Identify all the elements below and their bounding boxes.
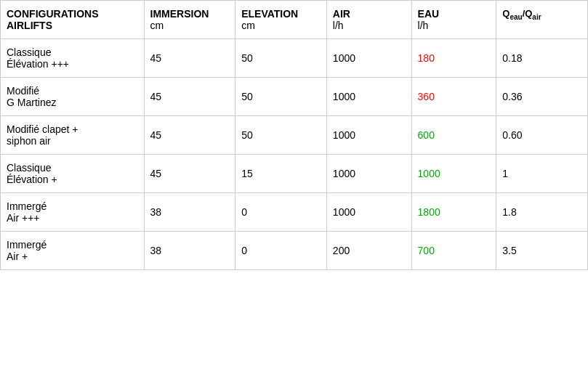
header-elevation-label: ELEVATION: [241, 8, 298, 20]
cell-air-4: 1000: [326, 193, 411, 232]
header-config: CONFIGURATIONS AIRLIFTS: [1, 1, 145, 39]
eau-value: 1000: [418, 168, 440, 179]
header-immersion-unit: cm: [150, 20, 164, 31]
header-row: CONFIGURATIONS AIRLIFTS IMMERSION cm ELE…: [1, 1, 588, 39]
table-row: ClassiqueÉlévation +4515100010001: [1, 155, 588, 193]
cell-immersion-5: 38: [144, 232, 235, 270]
cell-config-4: ImmergéAir +++: [1, 193, 145, 232]
config-line2: Élévation +: [7, 174, 57, 185]
header-eau: EAU l/h: [411, 1, 496, 39]
header-immersion: IMMERSION cm: [144, 1, 235, 39]
config-line2: Air +++: [7, 212, 40, 224]
cell-elevation-4: 0: [235, 193, 327, 232]
cell-eau-4: 1800: [411, 193, 496, 232]
config-line1: Modifié clapet +: [7, 123, 78, 135]
cell-immersion-1: 45: [144, 78, 235, 116]
eau-value: 360: [418, 91, 435, 102]
cell-eau-2: 600: [411, 116, 496, 155]
eau-value: 600: [418, 129, 435, 141]
config-line1: Modifié: [7, 85, 39, 97]
cell-air-3: 1000: [326, 155, 411, 193]
cell-config-1: ModifiéG Martinez: [1, 78, 145, 116]
cell-config-5: ImmergéAir +: [1, 232, 145, 270]
header-immersion-label: IMMERSION: [150, 8, 209, 20]
table-row: ImmergéAir +++380100018001.8: [1, 193, 588, 232]
cell-elevation-3: 15: [235, 155, 327, 193]
table-row: Modifié clapet +siphon air455010006000.6…: [1, 116, 588, 155]
config-line1: Classique: [7, 162, 51, 174]
cell-ratio-3: 1: [496, 155, 588, 193]
cell-air-5: 200: [326, 232, 411, 270]
cell-eau-1: 360: [411, 78, 496, 116]
header-elevation: ELEVATION cm: [235, 1, 327, 39]
eau-value: 180: [418, 52, 435, 64]
data-table: CONFIGURATIONS AIRLIFTS IMMERSION cm ELE…: [0, 0, 588, 270]
cell-eau-0: 180: [411, 39, 496, 78]
cell-immersion-3: 45: [144, 155, 235, 193]
cell-air-2: 1000: [326, 116, 411, 155]
header-config-line2: AIRLIFTS: [7, 20, 52, 31]
config-line1: Classique: [7, 46, 51, 58]
cell-ratio-1: 0.36: [496, 78, 588, 116]
table-container: CONFIGURATIONS AIRLIFTS IMMERSION cm ELE…: [0, 0, 588, 270]
config-line2: Élévation +++: [7, 58, 69, 70]
cell-config-2: Modifié clapet +siphon air: [1, 116, 145, 155]
cell-elevation-2: 50: [235, 116, 327, 155]
cell-immersion-4: 38: [144, 193, 235, 232]
cell-ratio-2: 0.60: [496, 116, 588, 155]
cell-elevation-0: 50: [235, 39, 327, 78]
header-air-unit: l/h: [333, 20, 344, 31]
cell-ratio-5: 3.5: [496, 232, 588, 270]
cell-air-1: 1000: [326, 78, 411, 116]
header-eau-label: EAU: [418, 8, 440, 20]
cell-air-0: 1000: [326, 39, 411, 78]
table-row: ImmergéAir +3802007003.5: [1, 232, 588, 270]
config-line1: Immergé: [7, 239, 47, 251]
table-row: ModifiéG Martinez455010003600.36: [1, 78, 588, 116]
header-config-line1: CONFIGURATIONS: [7, 8, 99, 20]
table-row: ClassiqueÉlévation +++455010001800.18: [1, 39, 588, 78]
header-air: AIR l/h: [326, 1, 411, 39]
eau-value: 700: [418, 245, 435, 256]
config-line2: siphon air: [7, 135, 51, 147]
header-air-label: AIR: [333, 8, 350, 20]
cell-config-3: ClassiqueÉlévation +: [1, 155, 145, 193]
config-line1: Immergé: [7, 200, 47, 212]
cell-eau-5: 700: [411, 232, 496, 270]
config-line2: Air +: [7, 251, 28, 262]
config-line2: G Martinez: [7, 97, 56, 108]
eau-value: 1800: [418, 206, 440, 218]
header-eau-unit: l/h: [418, 20, 429, 31]
cell-ratio-4: 1.8: [496, 193, 588, 232]
header-elevation-unit: cm: [241, 20, 255, 31]
cell-immersion-2: 45: [144, 116, 235, 155]
cell-config-0: ClassiqueÉlévation +++: [1, 39, 145, 78]
header-ratio: Qeau/Qair: [496, 1, 588, 39]
cell-elevation-1: 50: [235, 78, 327, 116]
cell-ratio-0: 0.18: [496, 39, 588, 78]
cell-eau-3: 1000: [411, 155, 496, 193]
cell-elevation-5: 0: [235, 232, 327, 270]
cell-immersion-0: 45: [144, 39, 235, 78]
